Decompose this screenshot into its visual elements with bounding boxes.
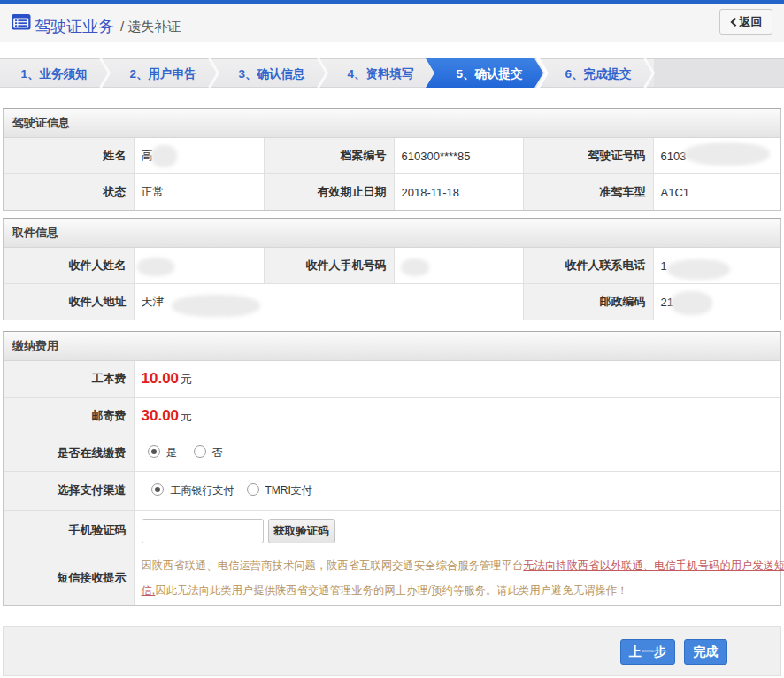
svg-text:5、确认提交: 5、确认提交	[456, 67, 523, 81]
svg-text:4、资料填写: 4、资料填写	[347, 67, 413, 81]
svg-text:6、完成提交: 6、完成提交	[565, 67, 632, 81]
svg-text:1、业务须知: 1、业务须知	[20, 67, 87, 81]
svg-text:3、确认信息: 3、确认信息	[238, 67, 305, 81]
svg-text:2、用户申告: 2、用户申告	[129, 66, 196, 81]
